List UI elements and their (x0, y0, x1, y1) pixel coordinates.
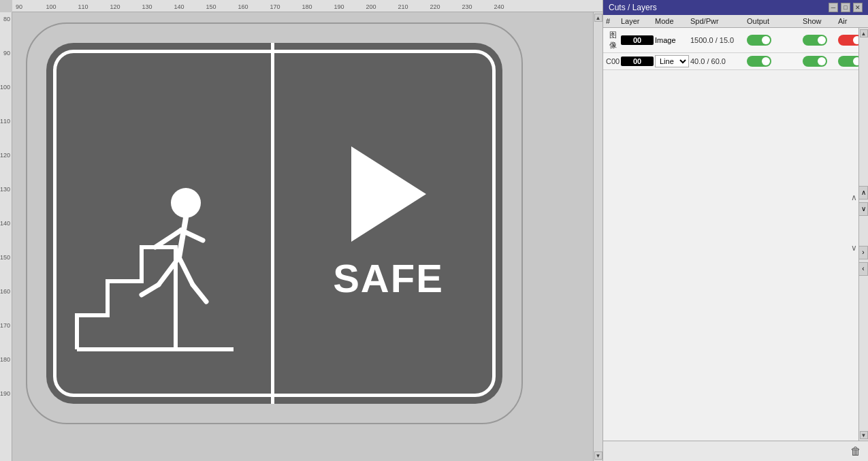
panel-expand-up[interactable]: ∧ (858, 186, 868, 200)
col-num: # (606, 17, 620, 25)
ruler-left-label: 130 (0, 186, 10, 193)
row1-show-toggle[interactable] (803, 35, 827, 46)
table-row[interactable]: C00 00 Line Image Fill 40.0 / 60.0 (603, 53, 868, 70)
panel-titlebar: Cuts / Layers ─ □ ✕ (603, 0, 868, 15)
panel-expand-down[interactable]: ∨ (858, 202, 868, 216)
ruler-left-label: 80 (3, 16, 10, 22)
arrow-right-icon (351, 146, 426, 242)
col-output: Output (747, 17, 801, 25)
sign-left (46, 43, 274, 404)
canvas-scroll-down[interactable]: ▼ (594, 451, 602, 460)
ruler-top-label: 100 (46, 3, 56, 10)
minimize-button[interactable]: ─ (829, 3, 838, 12)
ruler-left-label: 150 (0, 254, 10, 261)
ruler-left-label: 90 (3, 50, 10, 57)
panel-expand-right[interactable]: › (858, 246, 868, 259)
ruler-top-label: 220 (430, 3, 440, 10)
ruler-top-ticks: 9010011012013014015016017018019020021022… (12, 0, 602, 12)
panel-footer: 🗑 (603, 441, 868, 461)
panel-scroll-down[interactable]: ▼ (860, 431, 868, 439)
ruler-top-label: 150 (206, 3, 216, 10)
row2-show-toggle[interactable] (803, 56, 827, 67)
cuts-layers-panel: Cuts / Layers ─ □ ✕ # Layer Mode Spd/Pwr… (602, 0, 868, 461)
canvas-scrollbar[interactable]: ▲ ▼ (593, 12, 602, 461)
delete-layer-icon[interactable]: 🗑 (850, 445, 861, 458)
ruler-top-label: 210 (398, 3, 408, 10)
col-show: Show (803, 17, 837, 25)
panel-expand-left[interactable]: ‹ (858, 262, 868, 276)
row2-spd-pwr: 40.0 / 60.0 (690, 57, 745, 65)
row1-num: 图像 (606, 30, 620, 50)
svg-line-3 (155, 230, 181, 247)
maximize-button[interactable]: □ (841, 3, 850, 12)
ruler-left-label: 180 (0, 356, 10, 363)
panel-down-arrow[interactable]: ∨ (851, 243, 857, 253)
ruler-left-label: 170 (0, 322, 10, 329)
row1-output-toggle[interactable] (747, 35, 771, 46)
ruler-top-label: 180 (302, 3, 312, 10)
svg-line-8 (193, 285, 206, 302)
svg-point-1 (171, 188, 201, 218)
ruler-top-label: 130 (142, 3, 152, 10)
canvas-content[interactable]: SAFE (12, 12, 602, 461)
sign-inner: SAFE (46, 43, 502, 404)
ruler-top-label: 190 (334, 3, 344, 10)
ruler-top-label: 170 (270, 3, 280, 10)
panel-title: Cuts / Layers (609, 3, 657, 12)
safe-label: SAFE (333, 255, 444, 301)
ruler-left-label: 120 (0, 152, 10, 159)
sign-right: SAFE (274, 43, 502, 404)
ruler-top-label: 160 (238, 3, 248, 10)
row1-spd-pwr: 1500.0 / 15.0 (690, 36, 745, 44)
close-button[interactable]: ✕ (853, 3, 863, 12)
ruler-top-label: 140 (174, 3, 184, 10)
sign-outer: SAFE (26, 22, 523, 424)
col-air: Air (838, 17, 865, 25)
ruler-left: 8090100110120130140150160170180190 (0, 12, 12, 461)
canvas-area[interactable]: 9010011012013014015016017018019020021022… (0, 0, 602, 461)
col-mode: Mode (655, 17, 689, 25)
ruler-left-label: 190 (0, 390, 10, 397)
row2-mode-select[interactable]: Line Image Fill (655, 55, 689, 67)
svg-line-7 (179, 257, 193, 285)
ruler-left-label: 100 (0, 84, 10, 91)
ruler-top-label: 200 (366, 3, 376, 10)
canvas-scroll-up[interactable]: ▲ (594, 14, 602, 22)
panel-scroll-up[interactable]: ▲ (860, 29, 868, 37)
row2-num: C00 (606, 57, 620, 65)
stick-figure-stairs-svg (67, 138, 251, 363)
row2-badge: 00 (621, 57, 654, 66)
ruler-top: 9010011012013014015016017018019020021022… (12, 0, 602, 12)
svg-line-6 (142, 285, 159, 295)
svg-line-2 (179, 218, 186, 257)
ruler-left-label: 140 (0, 220, 10, 227)
ruler-top-label: 110 (78, 3, 88, 10)
ruler-left-label: 160 (0, 288, 10, 295)
row1-mode: Image (655, 36, 689, 44)
ruler-top-label: 90 (16, 3, 22, 10)
titlebar-controls[interactable]: ─ □ ✕ (829, 3, 863, 12)
ruler-left-label: 110 (0, 118, 10, 125)
row1-badge: 00 (621, 35, 654, 45)
panel-up-arrow[interactable]: ∧ (851, 193, 857, 202)
ruler-top-label: 120 (110, 3, 120, 10)
panel-collapse-arrows[interactable]: ∧ ∨ › ‹ (858, 186, 868, 276)
panel-body: 图像 00 Image 1500.0 / 15.0 C00 00 Line Im… (603, 28, 868, 441)
col-spd-pwr: Spd/Pwr (690, 17, 745, 25)
col-layer: Layer (621, 17, 654, 25)
ruler-top-label: 240 (494, 3, 504, 10)
panel-side-arrows: ∧ ∨ (851, 193, 857, 253)
table-header: # Layer Mode Spd/Pwr Output Show Air (603, 15, 868, 28)
ruler-top-label: 230 (462, 3, 472, 10)
table-row[interactable]: 图像 00 Image 1500.0 / 15.0 (603, 28, 868, 53)
row2-output-toggle[interactable] (747, 56, 771, 67)
